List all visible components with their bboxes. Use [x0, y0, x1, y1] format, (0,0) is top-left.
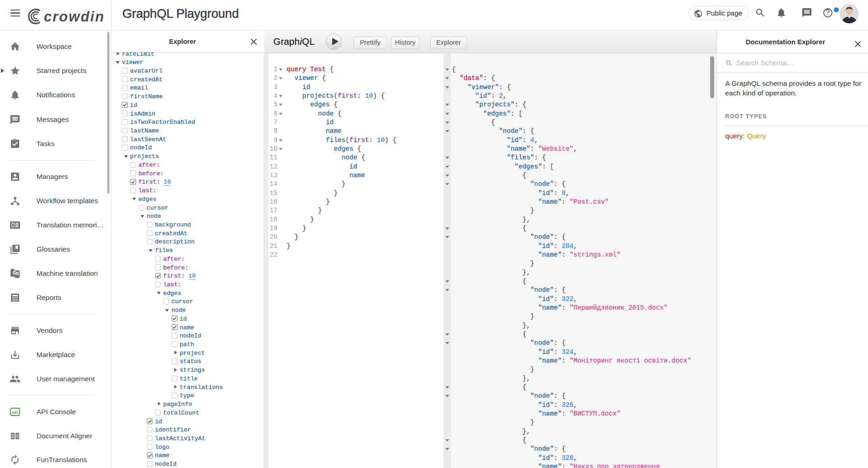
svg-text:crowdin: crowdin [44, 9, 105, 25]
svg-text:API: API [12, 410, 18, 415]
